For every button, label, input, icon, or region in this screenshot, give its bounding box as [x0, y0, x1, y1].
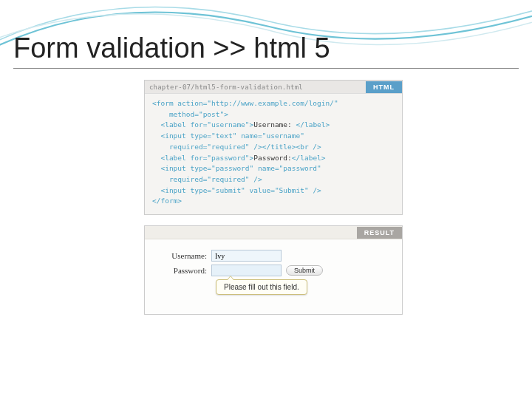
code-line: required= [152, 143, 207, 151]
result-body: Username: Password: Submit Please fill o… [145, 239, 402, 299]
result-badge: RESULT [357, 227, 402, 239]
tooltip-arrow-icon [227, 276, 234, 280]
code-line: "password" [207, 154, 249, 162]
code-line: value= [245, 186, 275, 194]
code-line: </form> [152, 197, 182, 205]
code-line: "http://www.example.com/login/" [207, 99, 338, 107]
code-line: "password" [211, 164, 253, 172]
code-line: "password" [279, 164, 321, 172]
code-pane: chapter-07/html5-form-validation.html HT… [144, 80, 403, 215]
code-pane-bar: chapter-07/html5-form-validation.html HT… [145, 81, 402, 94]
result-pane-bar: RESULT [145, 226, 402, 239]
code-line: method= [152, 110, 199, 118]
code-line: <input type= [152, 186, 211, 194]
password-label: Password: [161, 266, 211, 275]
code-body: <form action="http://www.example.com/log… [145, 94, 402, 208]
code-line: <label for= [152, 120, 207, 129]
code-line: "post" [199, 110, 224, 118]
code-line: /></title><br /> [250, 143, 321, 151]
code-line: </label> [296, 120, 330, 129]
form-row-username: Username: [161, 250, 390, 262]
code-line: "required" [207, 143, 249, 151]
slide-title: Form validation >> html 5 [13, 33, 330, 64]
code-line: name= [253, 164, 279, 172]
code-line: <label for= [152, 154, 207, 162]
code-line: "username" [262, 132, 304, 140]
code-line: "Submit" [275, 186, 309, 194]
password-input[interactable] [211, 265, 282, 276]
username-input[interactable] [211, 250, 282, 262]
code-highlight: Password: [253, 154, 291, 162]
code-line: <input type= [152, 132, 211, 140]
code-line: "username" [207, 120, 249, 129]
code-line: "submit" [211, 186, 245, 194]
code-highlight: Username: [253, 120, 296, 129]
validation-tooltip-text: Please fill out this field. [224, 283, 299, 291]
code-line: <form action= [152, 99, 207, 107]
username-label: Username: [161, 251, 211, 260]
code-line: name= [236, 132, 262, 140]
form-row-password: Password: Submit [161, 265, 390, 276]
submit-button[interactable]: Submit [286, 265, 323, 276]
code-line: </label> [292, 154, 326, 162]
validation-tooltip-wrap: Please fill out this field. [216, 279, 390, 295]
code-file-path: chapter-07/html5-form-validation.html [149, 83, 303, 91]
code-line: "text" [211, 132, 236, 140]
code-line: <input type= [152, 164, 211, 172]
title-underline [13, 68, 519, 69]
code-line: > [224, 110, 228, 118]
validation-tooltip: Please fill out this field. [216, 279, 307, 295]
code-line: required= [152, 175, 207, 183]
html-badge: HTML [366, 81, 402, 93]
result-pane: RESULT Username: Password: Submit Please… [144, 225, 403, 315]
code-line: "required" [207, 175, 249, 183]
content-panels: chapter-07/html5-form-validation.html HT… [144, 80, 403, 315]
code-line: /> [250, 175, 262, 183]
code-line: /> [309, 186, 321, 194]
